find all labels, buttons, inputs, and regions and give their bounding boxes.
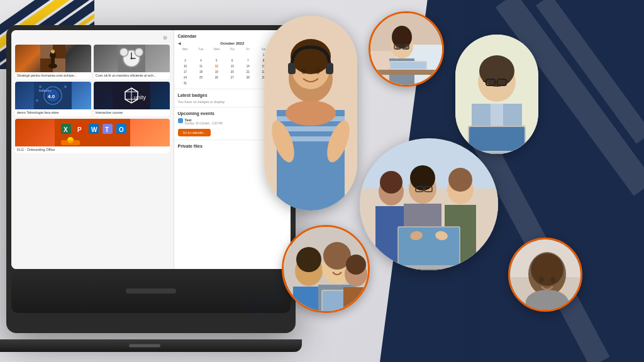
cal-day[interactable]: 28 bbox=[240, 75, 255, 80]
calendar-title: Calendar bbox=[178, 34, 197, 38]
cal-day[interactable]: 4 bbox=[193, 58, 208, 63]
cal-header-tue: Tue bbox=[193, 47, 208, 52]
person6-photo bbox=[508, 238, 582, 312]
svg-point-130 bbox=[346, 255, 366, 275]
svg-point-113 bbox=[448, 168, 472, 192]
person2-photo bbox=[369, 11, 444, 87]
cal-day[interactable]: 5 bbox=[209, 58, 224, 63]
svg-text:unity: unity bbox=[134, 94, 147, 101]
svg-point-104 bbox=[380, 171, 402, 194]
badges-title: Latest badges bbox=[178, 93, 208, 97]
cal-day[interactable]: 17 bbox=[178, 69, 193, 74]
svg-rect-61 bbox=[326, 63, 333, 74]
svg-text:4.0: 4.0 bbox=[48, 94, 55, 99]
course-label-clock: Cum să fii un membru eficiente al ech... bbox=[94, 72, 170, 79]
svg-text:W: W bbox=[91, 126, 97, 133]
svg-rect-99 bbox=[469, 127, 525, 151]
svg-text:P: P bbox=[77, 126, 82, 133]
cal-header-mon: Mon bbox=[178, 47, 193, 52]
cal-day[interactable]: 14 bbox=[240, 63, 255, 69]
cal-month-label: October 2022 bbox=[220, 41, 244, 45]
cal-day[interactable]: 21 bbox=[240, 69, 255, 74]
svg-line-94 bbox=[483, 81, 486, 82]
private-files-title: Private files bbox=[178, 144, 203, 148]
person5-photo bbox=[282, 225, 370, 313]
svg-point-24 bbox=[121, 49, 128, 56]
svg-rect-55 bbox=[61, 140, 80, 145]
svg-rect-82 bbox=[370, 70, 444, 75]
svg-point-138 bbox=[550, 277, 555, 283]
svg-rect-84 bbox=[391, 62, 426, 69]
cal-day-highlight[interactable]: 12 bbox=[209, 63, 224, 69]
svg-rect-60 bbox=[288, 63, 296, 74]
svg-point-137 bbox=[539, 277, 544, 283]
event-icon bbox=[178, 118, 183, 123]
cal-header-wed: Wed bbox=[209, 47, 224, 52]
cal-day[interactable]: 24 bbox=[178, 75, 193, 80]
cal-day[interactable]: 31 bbox=[178, 80, 193, 85]
svg-text:Industry: Industry bbox=[39, 89, 52, 92]
svg-point-59 bbox=[291, 39, 331, 74]
svg-point-16 bbox=[51, 50, 55, 53]
svg-text:X: X bbox=[64, 126, 68, 133]
course-label-office: KLG - Onboarding Office bbox=[15, 146, 170, 153]
svg-line-95 bbox=[506, 81, 509, 82]
course-label-unity: Interactive course bbox=[94, 109, 170, 116]
cal-day[interactable]: 27 bbox=[225, 75, 240, 80]
cal-header-thu: Thu bbox=[225, 47, 240, 52]
course-card-clock[interactable]: Cum să fii un membru eficiente al ech... bbox=[94, 45, 170, 79]
cal-day[interactable] bbox=[193, 52, 208, 57]
course-card-chess[interactable]: Strategii pentru formarea unei echipe... bbox=[15, 45, 91, 79]
laptop-screen: ⚙ bbox=[11, 30, 291, 269]
course-card-office[interactable]: X P W T O bbox=[15, 119, 170, 153]
course-card-unity[interactable]: unity Interactive course bbox=[94, 82, 170, 116]
person3-photo bbox=[455, 35, 538, 154]
gear-icon: ⚙ bbox=[163, 35, 167, 41]
svg-point-122 bbox=[296, 247, 321, 272]
cal-day[interactable]: 3 bbox=[178, 58, 193, 63]
course-label-chess: Strategii pentru formarea unei echipe... bbox=[15, 72, 91, 79]
svg-point-22 bbox=[131, 58, 133, 60]
cal-day[interactable]: 25 bbox=[193, 75, 208, 80]
go-to-calendar-button[interactable]: Go to calendar... bbox=[178, 129, 211, 136]
cal-day[interactable] bbox=[209, 52, 224, 57]
cal-day[interactable]: 18 bbox=[193, 69, 208, 74]
cal-header-fri: Fri bbox=[240, 47, 255, 52]
svg-text:T: T bbox=[105, 126, 109, 133]
cal-day[interactable]: 26 bbox=[209, 75, 224, 80]
cal-day[interactable]: 13 bbox=[225, 63, 240, 69]
svg-point-26 bbox=[136, 49, 143, 56]
svg-point-62 bbox=[301, 68, 306, 74]
cal-day[interactable] bbox=[225, 52, 240, 57]
svg-text:O: O bbox=[119, 126, 124, 133]
course-label-industry40: demo Tehnologie fara-stres bbox=[15, 109, 91, 116]
svg-point-34 bbox=[36, 99, 38, 102]
courses-panel: ⚙ bbox=[11, 30, 174, 269]
course-grid: Strategii pentru formarea unei echipe... bbox=[15, 45, 170, 153]
cal-day[interactable]: 10 bbox=[178, 63, 193, 69]
cal-prev-arrow[interactable]: ◀ bbox=[178, 41, 181, 45]
svg-point-70 bbox=[286, 101, 336, 126]
svg-rect-116 bbox=[399, 228, 459, 265]
course-card-industry40[interactable]: 4.0 Industry demo Tehn bbox=[15, 82, 91, 116]
chevron-watermark bbox=[236, 272, 286, 324]
cal-day[interactable]: 6 bbox=[225, 58, 240, 63]
cal-day[interactable]: 20 bbox=[225, 69, 240, 74]
cal-day[interactable]: 11 bbox=[193, 63, 208, 69]
person1-photo bbox=[264, 16, 357, 211]
person4-photo bbox=[360, 138, 498, 270]
cal-day[interactable] bbox=[240, 52, 255, 57]
svg-point-63 bbox=[315, 68, 320, 74]
event-date: Sunday, 30 October , 3:20 PM bbox=[185, 122, 223, 125]
cal-day[interactable]: 19 bbox=[209, 69, 224, 74]
events-title: Upcoming events bbox=[178, 111, 214, 116]
cal-day[interactable]: 7 bbox=[240, 58, 255, 63]
cal-day[interactable] bbox=[178, 52, 193, 57]
